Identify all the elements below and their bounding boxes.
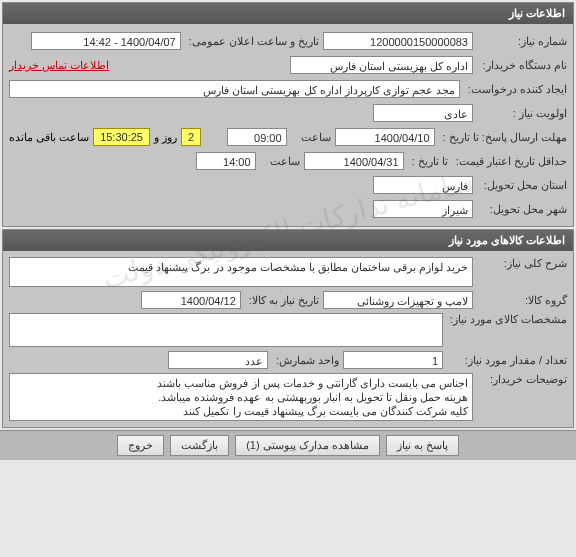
back-button[interactable]: بازگشت xyxy=(170,435,229,456)
goods-info-header: اطلاعات کالاهای مورد نیاز xyxy=(3,230,573,251)
remain-suffix-label: ساعت باقی مانده xyxy=(9,131,89,144)
reply-button[interactable]: پاسخ به نیاز xyxy=(386,435,459,456)
buyer-org-field: اداره کل بهزیستی استان فارس xyxy=(290,56,473,74)
province-field: فارس xyxy=(373,176,473,194)
min-valid-label: حداقل تاریخ اعتبار قیمت: xyxy=(452,155,567,168)
need-number-field: 1200000150000083 xyxy=(323,32,473,50)
priority-field: عادی xyxy=(373,104,473,122)
footer-toolbar: پاسخ به نیاز مشاهده مدارک پیوستی (1) باز… xyxy=(0,430,576,460)
general-desc-label: شرح کلی نیاز: xyxy=(477,257,567,270)
time-remaining-box: 15:30:25 xyxy=(93,128,150,146)
days-and-label: روز و xyxy=(154,131,177,144)
attachments-button[interactable]: مشاهده مدارک پیوستی (1) xyxy=(235,435,380,456)
spec-field xyxy=(9,313,443,347)
group-label: گروه کالا: xyxy=(477,294,567,307)
min-valid-sublabel: تا تاریخ : xyxy=(408,155,448,168)
deadline-time-field: 09:00 xyxy=(227,128,287,146)
city-label: شهر محل تحویل: xyxy=(477,203,567,216)
requester-field: مجد عجم توازی کارپرداز اداره کل بهزیستی … xyxy=(9,80,460,98)
province-label: استان محل تحویل: xyxy=(477,179,567,192)
general-desc-field: خرید لوازم برقی ساختمان مطابق با مشخصات … xyxy=(9,257,473,287)
requester-label: ایجاد کننده درخواست: xyxy=(464,83,567,96)
min-valid-time-field: 14:00 xyxy=(196,152,256,170)
unit-field: عدد xyxy=(168,351,268,369)
public-datetime-field: 1400/04/07 - 14:42 xyxy=(31,32,181,50)
priority-label: اولویت نیاز : xyxy=(477,107,567,120)
deadline-time-label: ساعت xyxy=(291,131,331,144)
need-info-panel: اطلاعات نیاز شماره نیاز: 120000015000008… xyxy=(2,2,574,227)
deadline-date-field: 1400/04/10 xyxy=(335,128,435,146)
contact-buyer-link[interactable]: اطلاعات تماس خریدار xyxy=(9,59,109,72)
min-valid-date-field: 1400/04/31 xyxy=(304,152,404,170)
deadline-label: مهلت ارسال پاسخ: تا تاریخ : xyxy=(439,131,567,144)
qty-label: تعداد / مقدار مورد نیاز: xyxy=(447,354,567,367)
city-field: شیراز xyxy=(373,200,473,218)
need-info-header: اطلاعات نیاز xyxy=(3,3,573,24)
min-valid-time-label: ساعت xyxy=(260,155,300,168)
buyer-notes-field: اجناس می بایست دارای گارانتی و خدمات پس … xyxy=(9,373,473,421)
qty-field: 1 xyxy=(343,351,443,369)
days-remaining-box: 2 xyxy=(181,128,201,146)
goods-info-panel: اطلاعات کالاهای مورد نیاز شرح کلی نیاز: … xyxy=(2,229,574,428)
need-number-label: شماره نیاز: xyxy=(477,35,567,48)
spec-label: مشخصات کالای مورد نیاز: xyxy=(447,313,567,326)
exit-button[interactable]: خروج xyxy=(117,435,164,456)
need-by-field: 1400/04/12 xyxy=(141,291,241,309)
group-field: لامپ و تجهیزات روشنائی xyxy=(323,291,473,309)
unit-label: واحد شمارش: xyxy=(272,354,339,367)
buyer-org-label: نام دستگاه خریدار: xyxy=(477,59,567,72)
need-by-label: تاریخ نیاز به کالا: xyxy=(245,294,319,307)
public-datetime-label: تاریخ و ساعت اعلان عمومی: xyxy=(185,35,319,48)
buyer-notes-label: توضیحات خریدار: xyxy=(477,373,567,386)
